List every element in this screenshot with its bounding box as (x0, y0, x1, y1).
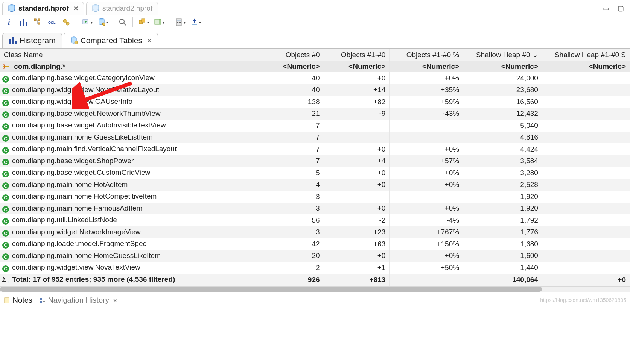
class-icon: C (2, 253, 9, 260)
filter-numeric[interactable]: <Numeric> (324, 61, 390, 73)
cell-shallow-heap-0: 24,000 (463, 72, 542, 84)
notes-tab[interactable]: Notes (4, 296, 32, 305)
gears-button[interactable] (61, 17, 72, 27)
cell-objects-diff-pct: +767% (390, 226, 463, 238)
cell-shallow-heap-0: 12,432 (463, 108, 542, 120)
cell-objects-diff-pct: +50% (390, 262, 463, 274)
db-dropdown[interactable]: ▾ (96, 17, 108, 27)
svg-rect-26 (40, 298, 42, 300)
class-name-cell: com.dianping.main.home.HotAdItem (12, 180, 128, 188)
table-row[interactable]: Ccom.dianping.base.widget.AutoInvisibleT… (0, 120, 630, 132)
col-class-name[interactable]: Class Name (0, 49, 254, 61)
filter-numeric[interactable]: <Numeric> (254, 61, 324, 73)
cell-shallow-heap-0: 1,600 (463, 250, 542, 262)
cell-objects-diff-pct: +0% (390, 72, 463, 84)
filter-input[interactable]: com.dianping.* (14, 62, 65, 70)
watermark: https://blog.csdn.net/wm1350629895 (540, 297, 626, 303)
cell-shallow-heap-0: 16,560 (463, 96, 542, 108)
class-icon: C (2, 194, 9, 201)
cell-objects-diff: -2 (324, 214, 390, 226)
class-name-cell: com.dianping.main.home.FamousAdItem (12, 204, 142, 212)
col-shallow-heap-0[interactable]: Shallow Heap #0 ⌄ (463, 49, 542, 61)
table-row[interactable]: Ccom.dianping.base.widget.CustomGridView… (0, 167, 630, 179)
table-row[interactable]: Ccom.dianping.util.LinkedListNode56-2-4%… (0, 214, 630, 226)
histogram-button[interactable] (18, 17, 29, 27)
table-row[interactable]: Ccom.dianping.base.widget.NetworkThumbVi… (0, 108, 630, 120)
cell-objects-diff: +1 (324, 262, 390, 274)
cell-objects-diff-pct: -4% (390, 214, 463, 226)
info-button[interactable]: i (4, 17, 14, 27)
class-icon: C (2, 159, 9, 165)
filter-numeric[interactable]: <Numeric> (542, 61, 630, 73)
class-icon: C (2, 147, 9, 154)
tab-compared-tables[interactable]: Compared Tables ✕ (64, 33, 158, 48)
boxes-dropdown[interactable]: ▾ (137, 17, 149, 27)
close-icon[interactable]: ✕ (113, 297, 117, 304)
table-row[interactable]: Ccom.dianping.widget.view.NovaRelativeLa… (0, 84, 630, 96)
horizontal-scrollbar[interactable] (0, 286, 630, 292)
run-dropdown[interactable]: ▾ (81, 17, 93, 27)
class-name-cell: com.dianping.main.home.GuessLikeListItem (12, 133, 153, 141)
table-row[interactable]: Ccom.dianping.loader.model.FragmentSpec4… (0, 238, 630, 250)
cell-objects-diff: +82 (324, 96, 390, 108)
calc-dropdown[interactable]: ▾ (174, 17, 186, 27)
table-row[interactable]: Ccom.dianping.main.home.HotAdItem4+0+0%2… (0, 179, 630, 191)
table-row[interactable]: Ccom.dianping.main.home.GuessLikeListIte… (0, 132, 630, 144)
table-row[interactable]: Ccom.dianping.widget.NetworkImageView3+2… (0, 226, 630, 238)
class-icon: C (2, 135, 9, 142)
table-row[interactable]: Ccom.dianping.base.widget.ShopPower7+4+5… (0, 155, 630, 167)
minimize-icon[interactable]: ▭ (603, 4, 609, 12)
table-row[interactable]: Ccom.dianping.base.widget.CategoryIconVi… (0, 72, 630, 84)
tab-label: Histogram (20, 36, 56, 45)
cell-shallow-heap-0: 1,440 (463, 262, 542, 274)
col-objects-0[interactable]: Objects #0 (254, 49, 324, 61)
table-header-row: Class Name Objects #0 Objects #1-#0 Obje… (0, 49, 630, 61)
cell-shallow-heap-0: 1,920 (463, 191, 542, 203)
filter-row: com.dianping.* <Numeric> <Numeric> <Nume… (0, 61, 630, 73)
cell-shallow-heap-0: 4,816 (463, 132, 542, 144)
cell-objects-0: 42 (254, 238, 324, 250)
export-dropdown[interactable]: ▾ (189, 17, 201, 27)
col-objects-diff-pct[interactable]: Objects #1-#0 % (390, 49, 463, 61)
class-icon: C (2, 88, 9, 94)
file-tab-standard2[interactable]: standard2.hprof (86, 2, 158, 15)
sigma-icon: Σ+ (2, 276, 10, 285)
table-dropdown[interactable]: ▾ (153, 17, 164, 27)
cell-shallow-heap-0: 23,680 (463, 84, 542, 96)
cell-shallow-heap-diff (542, 143, 630, 155)
table-row[interactable]: Ccom.dianping.main.home.HotCompetitiveIt… (0, 191, 630, 203)
close-icon[interactable]: ✕ (147, 37, 152, 44)
cell-shallow-heap-diff (542, 250, 630, 262)
cell-shallow-heap-0: 3,584 (463, 155, 542, 167)
svg-point-13 (102, 23, 105, 26)
close-icon[interactable]: ✕ (73, 5, 78, 12)
table-row[interactable]: Ccom.dianping.widget.view.GAUserInfo138+… (0, 96, 630, 108)
oql-button[interactable]: OQL (47, 17, 57, 27)
table-row[interactable]: Ccom.dianping.widget.view.NovaTextView2+… (0, 262, 630, 274)
cell-objects-diff: +0 (324, 143, 390, 155)
filter-numeric[interactable]: <Numeric> (463, 61, 542, 73)
table-row[interactable]: Ccom.dianping.main.find.VerticalChannelF… (0, 143, 630, 155)
class-name-cell: com.dianping.main.home.HomeGuessLikeItem (12, 252, 161, 259)
navigation-history-tab[interactable]: Navigation History ✕ (39, 296, 117, 305)
search-button[interactable] (117, 17, 128, 27)
cell-shallow-heap-0: 5,040 (463, 120, 542, 132)
tab-histogram[interactable]: Histogram (2, 33, 62, 48)
maximize-icon[interactable]: ▢ (618, 4, 624, 12)
svg-rect-17 (155, 19, 161, 24)
table-row[interactable]: Ccom.dianping.main.home.HomeGuessLikeIte… (0, 250, 630, 262)
tree-button[interactable] (32, 17, 43, 27)
class-name-cell: com.dianping.util.LinkedListNode (12, 216, 117, 224)
col-objects-diff[interactable]: Objects #1-#0 (324, 49, 390, 61)
cell-objects-diff (324, 191, 390, 203)
class-icon: C (2, 76, 9, 83)
table-row[interactable]: Ccom.dianping.main.home.FamousAdItem3+0+… (0, 203, 630, 215)
svg-point-22 (180, 22, 181, 23)
file-tab-standard[interactable]: standard.hprof ✕ (2, 2, 84, 15)
class-icon: C (2, 242, 9, 249)
svg-rect-16 (142, 19, 145, 22)
col-shallow-heap-diff[interactable]: Shallow Heap #1-#0 S (542, 49, 630, 61)
cell-shallow-heap-0: 1,792 (463, 214, 542, 226)
filter-numeric[interactable]: <Numeric> (390, 61, 463, 73)
class-icon: C (2, 123, 9, 130)
